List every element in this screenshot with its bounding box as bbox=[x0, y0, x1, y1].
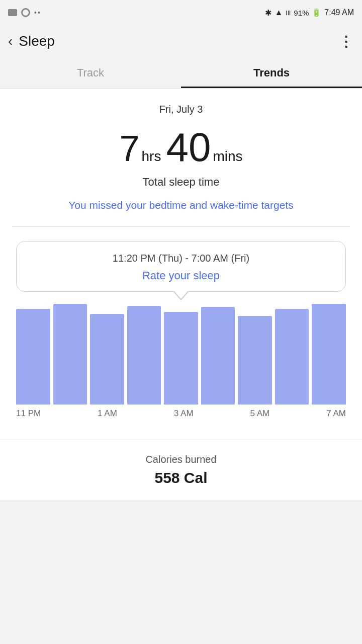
tab-track[interactable]: Track bbox=[0, 57, 181, 88]
bottom-divider bbox=[0, 501, 362, 501]
chart-bar bbox=[201, 307, 235, 405]
header-left: ‹ Sleep bbox=[8, 33, 55, 49]
wifi-icon: ▲ bbox=[275, 8, 283, 17]
tabs: Track Trends bbox=[0, 57, 362, 89]
chart-x-label: 3 AM bbox=[174, 409, 194, 419]
date-label: Fri, July 3 bbox=[12, 104, 350, 115]
sleep-minutes-number: 40 bbox=[166, 124, 211, 171]
sleep-range-text: 11:20 PM (Thu) - 7:00 AM (Fri) bbox=[27, 253, 335, 264]
status-left: •• bbox=[8, 8, 41, 17]
battery-percentage: 91% bbox=[294, 9, 309, 17]
chart-bar bbox=[16, 309, 50, 405]
chart-bar bbox=[53, 304, 87, 405]
status-bar: •• ✱ ▲ ⅠⅡ 91% 🔋 7:49 AM bbox=[0, 0, 362, 25]
section-divider bbox=[12, 226, 350, 227]
calories-section: Calories burned 558 Cal bbox=[0, 440, 362, 501]
chart-x-label: 7 AM bbox=[326, 409, 346, 419]
chart-x-label: 5 AM bbox=[250, 409, 270, 419]
notification-image-icon bbox=[8, 9, 17, 16]
notification-dots: •• bbox=[34, 9, 41, 17]
signal-icon: ⅠⅡ bbox=[286, 9, 291, 17]
sleep-hours-label: hrs bbox=[142, 148, 161, 165]
sleep-chart: 11 PM1 AM3 AM5 AM7 AM bbox=[16, 304, 346, 424]
chart-bar bbox=[127, 306, 161, 405]
ring-app-icon bbox=[21, 8, 30, 17]
chart-bar bbox=[238, 316, 272, 405]
chart-x-label: 1 AM bbox=[98, 409, 117, 419]
chart-x-label: 11 PM bbox=[16, 409, 41, 419]
chart-bar bbox=[164, 312, 198, 405]
status-right: ✱ ▲ ⅠⅡ 91% 🔋 7:49 AM bbox=[265, 8, 354, 18]
tab-trends[interactable]: Trends bbox=[181, 57, 362, 88]
rate-sleep-button[interactable]: Rate your sleep bbox=[27, 269, 335, 282]
page-title: Sleep bbox=[19, 33, 55, 49]
chart-bar bbox=[312, 304, 346, 405]
sleep-hours-number: 7 bbox=[119, 128, 139, 169]
more-options-button[interactable]: ⋮ bbox=[339, 33, 354, 50]
chart-bar bbox=[90, 314, 124, 405]
header: ‹ Sleep ⋮ bbox=[0, 25, 362, 57]
total-sleep-label: Total sleep time bbox=[12, 176, 350, 189]
time-display: 7:49 AM bbox=[324, 8, 354, 17]
chart-bars bbox=[16, 304, 346, 405]
chart-x-labels: 11 PM1 AM3 AM5 AM7 AM bbox=[16, 405, 346, 419]
sleep-time-display: 7 hrs 40 mins bbox=[12, 124, 350, 171]
sleep-card: 11:20 PM (Thu) - 7:00 AM (Fri) Rate your… bbox=[16, 241, 346, 292]
bluetooth-icon: ✱ bbox=[265, 8, 272, 18]
sleep-minutes-label: mins bbox=[213, 148, 242, 165]
missed-target-text: You missed your bedtime and wake-time ta… bbox=[12, 198, 350, 212]
calories-value: 558 Cal bbox=[10, 469, 352, 487]
calories-label: Calories burned bbox=[10, 454, 352, 465]
chart-bar bbox=[275, 309, 309, 405]
battery-icon: 🔋 bbox=[312, 8, 321, 17]
back-button[interactable]: ‹ bbox=[8, 33, 13, 49]
main-content: Fri, July 3 7 hrs 40 mins Total sleep ti… bbox=[0, 89, 362, 439]
